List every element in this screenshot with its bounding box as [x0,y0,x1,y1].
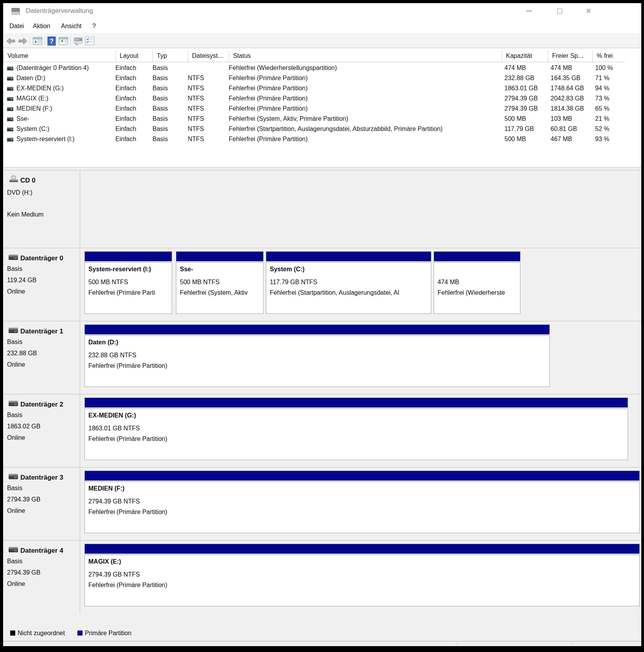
cell-freier: 164.35 GB [551,73,593,84]
forward-arrow-icon[interactable] [17,36,28,47]
table-row[interactable]: Daten (D:) Einfach Basis NTFS Fehlerfrei… [3,73,625,84]
cell-status: Fehlerfrei (Primäre Partition) [229,134,502,145]
disk-name: Datenträger 3 [20,474,63,482]
cell-status: Fehlerfrei (Primäre Partition) [229,94,502,104]
cell-typ: Basis [152,134,185,145]
cell-kapazitaet: 1863.01 GB [504,84,548,94]
cell-typ: Basis [152,124,185,134]
cell-freier: 1814.38 GB [551,104,593,114]
help-icon[interactable]: ? [46,36,57,47]
hard-disk-icon [9,254,18,260]
volume-list: Volume Layout Typ Dateisyst... Status Ka… [3,48,641,168]
disk-state: Online [7,361,25,368]
disk-typ: Basis [7,558,22,565]
action-pane-icon[interactable] [58,36,69,47]
cell-fs: NTFS [188,114,227,124]
disk-panel[interactable]: Datenträger 2 Basis 1863.02 GB Online [3,394,80,466]
partition-header-bar [176,251,264,262]
partition-size: 500 MB NTFS [88,277,172,287]
minimize-button[interactable] [516,3,542,19]
cell-pct: 94 % [595,84,626,94]
table-row[interactable]: (Datenträger 0 Partition 4) Einfach Basi… [3,63,625,73]
disk-name: Datenträger 2 [20,401,63,408]
partition-block[interactable]: Daten (D:) 232.88 GB NTFS Fehlerfrei (Pr… [84,324,550,387]
task-checklist-icon[interactable] [84,36,95,47]
cell-fs: NTFS [188,84,227,94]
device-properties-icon[interactable] [73,36,84,47]
partition-title: Sse- [180,266,263,276]
cell-typ: Basis [152,114,185,124]
cell-freier: 474 MB [551,63,593,73]
disk-row-2: Datenträger 2 Basis 1863.02 GB Online EX… [3,394,641,466]
disk-state: Online [7,434,25,441]
cell-fs: NTFS [188,73,227,84]
table-row[interactable]: System (C:) Einfach Basis NTFS Fehlerfre… [3,124,625,134]
cell-status: Fehlerfrei (Primäre Partition) [229,84,502,94]
disk-typ: Basis [7,265,22,272]
table-row[interactable]: MAGIX (E:) Einfach Basis NTFS Fehlerfrei… [3,94,625,104]
menu-datei[interactable]: Datei [7,22,26,30]
disk-size: 1863.02 GB [7,423,40,430]
cell-typ: Basis [152,94,185,104]
cell-status: Fehlerfrei (System, Aktiv, Primäre Parti… [229,114,502,124]
disk-panel[interactable]: Datenträger 3 Basis 2794.39 GB Online [3,468,80,539]
cell-status: Fehlerfrei (Primäre Partition) [229,73,502,84]
cell-kapazitaet: 2794.39 GB [504,94,548,104]
menu-bar: Datei Aktion Ansicht ? [3,20,641,34]
column-header-kapazitaet[interactable]: Kapazität [502,51,548,62]
partition-block[interactable]: System (C:) 117.79 GB NTFS Fehlerfrei (S… [266,251,431,314]
cell-layout: Einfach [115,104,151,114]
partition-title: System-reserviert (l:) [88,266,172,276]
column-header-volume[interactable]: Volume [3,51,115,62]
cell-pct: 73 % [595,94,626,104]
disk-panel[interactable]: Datenträger 1 Basis 232.88 GB Online [3,321,80,393]
cd-drive-panel[interactable]: CD 0 DVD (H:) Kein Medium [3,170,80,247]
table-row[interactable]: System-reserviert (l:) Einfach Basis NTF… [3,134,625,145]
volume-icon [7,117,13,121]
partition-block[interactable]: Sse- 500 MB NTFS Fehlerfrei (System, Akt… [176,251,264,314]
disk-typ: Basis [7,412,22,419]
back-arrow-icon[interactable] [5,36,16,47]
column-header-freier-speicher[interactable]: Freier Sp... [548,51,592,62]
cell-freier: 60.81 GB [551,124,593,134]
column-header-status[interactable]: Status [229,51,502,62]
cd-drive-icon [9,175,18,182]
close-button[interactable]: ✕ [576,3,601,19]
cell-volume: Daten (D:) [16,73,114,84]
table-row[interactable]: EX-MEDIEN (G:) Einfach Basis NTFS Fehler… [3,84,625,94]
cell-status: Fehlerfrei (Startpartition, Auslagerungs… [229,124,502,134]
partition-status: Fehlerfrei (Primäre Partition) [88,434,628,444]
disk-row-4: Datenträger 4 Basis 2794.39 GB Online MA… [3,540,641,613]
column-header-typ[interactable]: Typ [152,51,188,62]
partition-block[interactable]: EX-MEDIEN (G:) 1863.01 GB NTFS Fehlerfre… [84,398,628,460]
column-header-layout[interactable]: Layout [115,51,152,62]
partition-size: 2794.39 GB NTFS [88,570,639,579]
partition-block[interactable]: System-reserviert (l:) 500 MB NTFS Fehle… [84,251,172,314]
menu-help[interactable]: ? [90,22,98,30]
cell-freier: 1748.64 GB [551,84,593,94]
partition-header-bar [84,471,640,481]
console-tree-icon[interactable] [32,36,43,47]
maximize-button[interactable] [547,3,572,19]
cd-drive-row: CD 0 DVD (H:) Kein Medium [3,170,641,247]
disk-panel[interactable]: Datenträger 0 Basis 119.24 GB Online [3,248,80,320]
disk-state: Online [7,507,25,514]
table-row[interactable]: Sse- Einfach Basis NTFS Fehlerfrei (Syst… [3,114,625,124]
column-header-dateisystem[interactable]: Dateisyst... [188,51,229,62]
disk-panel[interactable]: Datenträger 4 Basis 2794.39 GB Online [3,541,80,613]
partition-block[interactable]: MAGIX (E:) 2794.39 GB NTFS Fehlerfrei (P… [84,544,640,606]
cell-pct: 21 % [595,114,626,124]
cell-layout: Einfach [115,73,151,84]
disk-row-0: Datenträger 0 Basis 119.24 GB Online Sys… [3,248,641,320]
cell-fs: NTFS [188,124,227,134]
column-header-prozent-frei[interactable]: % frei [592,51,627,62]
cell-typ: Basis [152,84,185,94]
partition-block[interactable]: 474 MB Fehlerfrei (Wiederherste [434,251,520,314]
app-disk-icon [11,7,21,16]
menu-aktion[interactable]: Aktion [30,22,52,30]
partition-block[interactable]: MEDIEN (F:) 2794.39 GB NTFS Fehlerfrei (… [84,471,640,533]
menu-ansicht[interactable]: Ansicht [59,22,84,30]
table-row[interactable]: MEDIEN (F:) Einfach Basis NTFS Fehlerfre… [3,104,625,114]
statusbar-separator [457,642,457,646]
partition-header-bar [434,251,520,262]
